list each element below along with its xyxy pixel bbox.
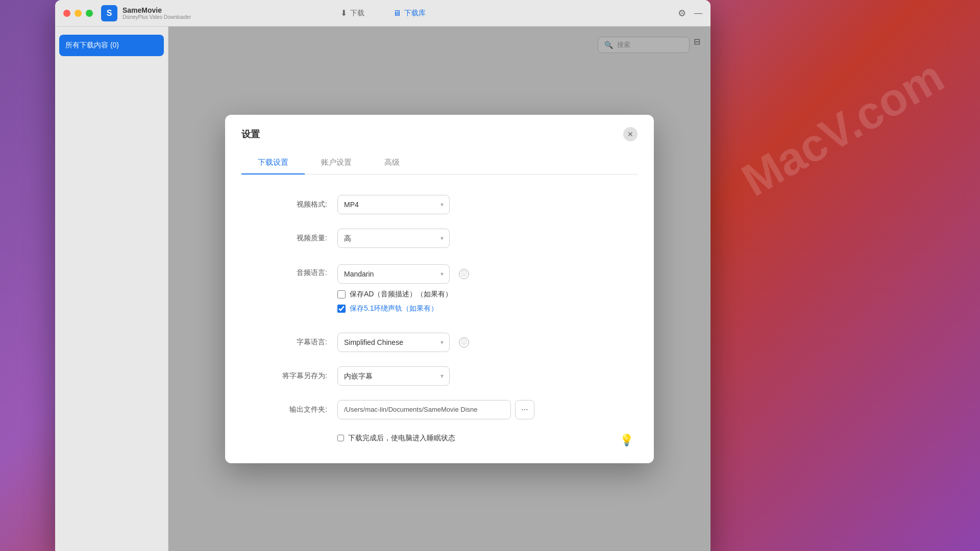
sidebar: 所有下载内容 (0) — [55, 27, 168, 551]
save-5-1-row: 保存5.1环绕声轨（如果有） — [337, 304, 469, 313]
video-format-label: 视频格式: — [266, 200, 327, 209]
audio-lang-label: 音频语言: — [266, 264, 327, 278]
audio-lang-control-group: Mandarin English Japanese ▾ ⓘ — [337, 264, 469, 318]
video-format-select-wrapper: MP4 MKV ▾ — [337, 195, 450, 214]
title-bar-nav: ⬇ 下载 🖥 下载库 — [336, 6, 430, 20]
browse-icon: ··· — [521, 405, 528, 414]
sidebar-item-label: 所有下载内容 (0) — [65, 41, 119, 49]
save-subtitle-select-wrapper: 内嵌字幕 外挂字幕 ▾ — [337, 366, 450, 386]
main-content: 所有下载内容 (0) 🔍 搜索 ⊟ 设置 ✕ — [55, 27, 710, 551]
app-window: S SameMovie DisneyPlus Video Downloader … — [55, 0, 710, 551]
settings-gear-icon[interactable]: ⚙ — [678, 8, 686, 19]
output-folder-control: ··· — [337, 400, 534, 419]
save-5-1-checkbox[interactable] — [337, 305, 346, 313]
save-subtitle-select[interactable]: 内嵌字幕 外挂字幕 — [337, 366, 450, 386]
save-ad-row: 保存AD（音频描述）（如果有） — [337, 290, 469, 299]
subtitle-lang-select[interactable]: Simplified Chinese Traditional Chinese E… — [337, 333, 450, 352]
save-subtitle-row: 将字幕另存为: 内嵌字幕 外挂字幕 ▾ — [266, 366, 613, 386]
app-name-block: SameMovie DisneyPlus Video Downloader — [122, 6, 191, 20]
audio-lang-info-icon[interactable]: ⓘ — [459, 269, 469, 279]
dialog-header: 设置 ✕ — [225, 115, 654, 141]
video-quality-row: 视频质量: 高 中 低 ▾ — [266, 229, 613, 248]
audio-lang-select-wrapper: Mandarin English Japanese ▾ — [337, 264, 450, 284]
save-ad-checkbox[interactable] — [337, 290, 346, 298]
browse-button[interactable]: ··· — [515, 400, 534, 419]
modal-overlay: 设置 ✕ 下载设置 账户设置 高级 — [168, 27, 710, 551]
output-folder-label: 输出文件夹: — [266, 405, 327, 414]
sleep-checkbox-row: 下载完成后，使电脑进入睡眠状态 — [337, 434, 613, 443]
content-area: 🔍 搜索 ⊟ 设置 ✕ 下载设置 — [168, 27, 710, 551]
audio-lang-select[interactable]: Mandarin English Japanese — [337, 264, 450, 284]
video-quality-select[interactable]: 高 中 低 — [337, 229, 450, 248]
video-format-select[interactable]: MP4 MKV — [337, 195, 450, 214]
audio-lang-row: 音频语言: Mandarin English Japanese — [266, 262, 613, 318]
app-brand: S SameMovie DisneyPlus Video Downloader — [101, 5, 191, 21]
library-icon: 🖥 — [393, 9, 401, 18]
nav-download[interactable]: ⬇ 下载 — [336, 6, 369, 20]
title-bar: S SameMovie DisneyPlus Video Downloader … — [55, 0, 710, 27]
output-folder-row: 输出文件夹: ··· — [266, 400, 613, 419]
video-quality-control: 高 中 低 ▾ — [337, 229, 542, 248]
video-format-control: MP4 MKV ▾ — [337, 195, 542, 214]
traffic-lights — [63, 10, 93, 17]
video-quality-label: 视频质量: — [266, 234, 327, 243]
tab-advanced[interactable]: 高级 — [368, 152, 416, 174]
nav-library-label: 下载库 — [404, 9, 426, 18]
video-quality-select-wrapper: 高 中 低 ▾ — [337, 229, 450, 248]
close-button[interactable]: ✕ — [623, 127, 638, 141]
window-minimize-icon[interactable]: — — [694, 9, 702, 18]
sleep-checkbox[interactable] — [337, 435, 344, 441]
save-subtitle-label: 将字幕另存为: — [266, 371, 327, 381]
tab-download-settings[interactable]: 下载设置 — [241, 152, 305, 174]
dialog-tabs: 下载设置 账户设置 高级 — [241, 152, 638, 174]
nav-library[interactable]: 🖥 下载库 — [389, 7, 430, 20]
subtitle-lang-row: 字幕语言: Simplified Chinese Traditional Chi… — [266, 333, 613, 352]
sleep-label: 下载完成后，使电脑进入睡眠状态 — [348, 434, 455, 443]
save-5-1-label: 保存5.1环绕声轨（如果有） — [350, 304, 438, 313]
nav-download-label: 下载 — [350, 9, 364, 18]
subtitle-lang-info-icon[interactable]: ⓘ — [459, 337, 469, 347]
maximize-traffic-light[interactable] — [86, 10, 93, 17]
dialog-body: 视频格式: MP4 MKV ▾ — [225, 174, 654, 463]
dialog-title: 设置 — [241, 128, 260, 140]
save-ad-label: 保存AD（音频描述）（如果有） — [350, 290, 452, 299]
app-subtitle: DisneyPlus Video Downloader — [122, 14, 191, 20]
title-bar-right: ⚙ — — [678, 8, 702, 19]
tab-account-settings[interactable]: 账户设置 — [305, 152, 368, 174]
app-name: SameMovie — [122, 6, 191, 14]
download-icon: ⬇ — [340, 8, 347, 18]
app-icon: S — [101, 5, 117, 21]
hint-icon[interactable]: 💡 — [620, 434, 633, 447]
subtitle-lang-label: 字幕语言: — [266, 338, 327, 347]
video-format-row: 视频格式: MP4 MKV ▾ — [266, 195, 613, 214]
sidebar-item-all-downloads[interactable]: 所有下载内容 (0) — [59, 35, 164, 56]
close-traffic-light[interactable] — [63, 10, 70, 17]
settings-dialog: 设置 ✕ 下载设置 账户设置 高级 — [225, 115, 654, 463]
output-folder-input[interactable] — [337, 400, 511, 419]
subtitle-lang-select-wrapper: Simplified Chinese Traditional Chinese E… — [337, 333, 450, 352]
minimize-traffic-light[interactable] — [75, 10, 82, 17]
